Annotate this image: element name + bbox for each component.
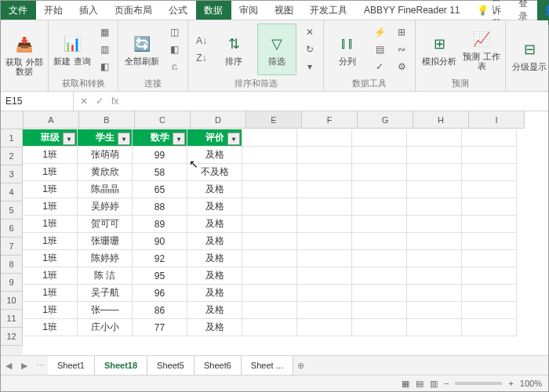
cell[interactable] <box>297 267 352 285</box>
menu-tab[interactable]: 公式 <box>161 1 196 20</box>
recent-sources-icon[interactable]: ◧ <box>96 59 113 74</box>
cell[interactable] <box>242 319 297 336</box>
column-header[interactable]: I <box>469 111 525 129</box>
cell[interactable]: 88 <box>133 198 187 216</box>
cell[interactable] <box>297 164 352 181</box>
cell[interactable] <box>407 250 462 267</box>
cell[interactable]: 92 <box>133 250 187 267</box>
cell[interactable] <box>407 302 462 319</box>
cell[interactable]: 张珊珊 <box>78 233 133 250</box>
whatif-button[interactable]: ⊞模拟分析 <box>420 24 458 74</box>
cell[interactable] <box>242 285 297 302</box>
cell[interactable] <box>462 164 517 181</box>
properties-icon[interactable]: ◧ <box>165 42 183 57</box>
sheet-tab[interactable]: Sheet1 <box>48 356 95 375</box>
cell[interactable] <box>462 129 517 147</box>
cell[interactable] <box>407 267 462 285</box>
show-queries-icon[interactable]: ▦ <box>96 24 113 40</box>
cell[interactable]: 学生▾ <box>78 129 133 147</box>
cell[interactable] <box>462 319 517 336</box>
cell[interactable]: 1班 <box>23 164 78 181</box>
cell[interactable]: 贺可可 <box>78 216 133 233</box>
cell[interactable] <box>352 181 407 198</box>
cell[interactable] <box>407 233 462 250</box>
cell[interactable] <box>352 250 407 267</box>
column-header[interactable]: G <box>358 111 413 129</box>
menu-tab[interactable]: 审阅 <box>231 1 267 20</box>
cells[interactable]: ↖ 班级▾学生▾数学▾评价▾1班张萌萌99及格1班黄欣欣58不及格1班陈晶晶65… <box>23 129 517 355</box>
cell[interactable] <box>407 285 462 302</box>
cell[interactable] <box>297 147 352 164</box>
cell[interactable] <box>462 147 517 164</box>
sort-desc-icon[interactable]: Z↓ <box>193 50 210 66</box>
cell[interactable]: 班级▾ <box>23 129 78 147</box>
cell[interactable]: 1班 <box>23 181 78 198</box>
cell[interactable] <box>407 147 462 164</box>
menu-tab[interactable]: ABBYY FineReader 11 <box>356 1 469 20</box>
cell[interactable]: 89 <box>133 216 187 233</box>
cell[interactable] <box>352 233 407 250</box>
sheet-tab[interactable]: Sheet ... <box>242 356 293 375</box>
new-query-button[interactable]: 📊新建 查询 <box>53 24 91 74</box>
view-normal-icon[interactable]: ▦ <box>402 379 409 389</box>
cell[interactable]: 77 <box>133 319 187 336</box>
row-header[interactable]: 11 <box>1 310 23 328</box>
cell[interactable]: 及格 <box>187 267 242 285</box>
menu-tab[interactable]: 开始 <box>36 1 71 20</box>
fx-icon[interactable]: fx <box>111 96 118 107</box>
row-header[interactable]: 1 <box>1 129 23 147</box>
cell[interactable]: 1班 <box>23 319 78 336</box>
cell[interactable]: 95 <box>133 267 187 285</box>
cell[interactable] <box>352 164 407 181</box>
advanced-filter-icon[interactable]: ▾ <box>301 59 318 74</box>
text-to-columns-button[interactable]: ⫿⫿分列 <box>329 24 366 74</box>
row-header[interactable]: 6 <box>1 220 23 238</box>
cell[interactable]: 及格 <box>187 285 242 302</box>
cell[interactable]: 陈婷婷 <box>78 250 133 267</box>
cell[interactable]: 90 <box>133 233 187 250</box>
cell[interactable]: 不及格 <box>187 164 242 181</box>
view-pagebreak-icon[interactable]: ▥ <box>430 379 438 389</box>
cell[interactable] <box>242 181 297 198</box>
sheet-tab[interactable]: Sheet18 <box>95 356 147 376</box>
cell[interactable] <box>297 285 352 302</box>
cell[interactable] <box>297 302 352 319</box>
cell[interactable] <box>407 198 462 216</box>
column-header[interactable]: D <box>191 111 246 129</box>
cell[interactable]: 1班 <box>23 216 78 233</box>
filter-dropdown-icon[interactable]: ▾ <box>173 132 185 145</box>
cell[interactable]: 1班 <box>23 250 78 267</box>
tab-nav-prev[interactable]: ◀ <box>1 361 16 371</box>
cell[interactable] <box>352 129 407 147</box>
file-tab[interactable]: 文件 <box>1 1 36 20</box>
sort-button[interactable]: ⇅排序 <box>215 24 253 74</box>
tab-nav-next[interactable]: ▶ <box>16 361 32 371</box>
cell[interactable]: 吴婷婷 <box>78 198 133 216</box>
sheet-tab[interactable]: Sheet5 <box>147 356 195 375</box>
menu-tab[interactable]: 开发工具 <box>302 1 356 20</box>
cell[interactable] <box>462 267 517 285</box>
manage-model-icon[interactable]: ⚙ <box>393 59 410 74</box>
view-layout-icon[interactable]: ▤ <box>416 379 424 389</box>
filter-dropdown-icon[interactable]: ▾ <box>63 132 75 145</box>
outline-button[interactable]: ⊟分级显示 <box>511 30 548 80</box>
cell[interactable] <box>462 216 517 233</box>
cell[interactable] <box>242 233 297 250</box>
cell[interactable]: 及格 <box>187 319 242 336</box>
menu-tab[interactable]: 插入 <box>71 1 107 20</box>
row-header[interactable]: 2 <box>1 147 23 165</box>
cell[interactable]: 陈 洁 <box>78 267 133 285</box>
forecast-button[interactable]: 📈预测 工作表 <box>463 24 500 74</box>
cell[interactable]: 1班 <box>23 198 78 216</box>
cell[interactable] <box>242 250 297 267</box>
row-headers[interactable]: 123456789101112 <box>1 129 23 355</box>
cell[interactable] <box>242 302 297 319</box>
cell[interactable] <box>462 302 517 319</box>
cell[interactable] <box>297 319 352 336</box>
cell[interactable] <box>407 181 462 198</box>
refresh-all-button[interactable]: 🔄全部刷新 <box>123 24 161 74</box>
column-header[interactable]: B <box>79 111 135 129</box>
cell[interactable] <box>407 129 462 147</box>
cell[interactable] <box>242 164 297 181</box>
cell[interactable]: 及格 <box>187 250 242 267</box>
